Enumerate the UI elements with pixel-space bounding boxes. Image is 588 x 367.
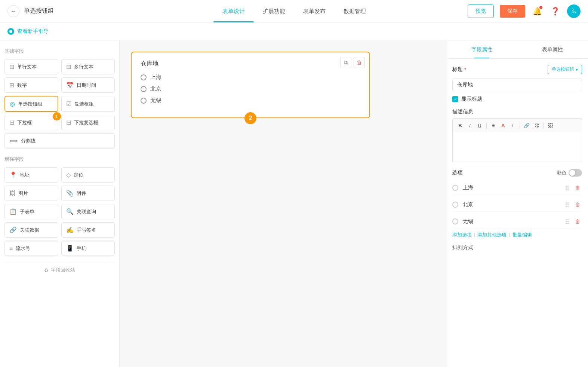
field-sub-form[interactable]: 📋 子表单 [4, 204, 58, 219]
image-tool[interactable]: 🖼 [546, 121, 555, 130]
link-tool[interactable]: 🔗 [522, 121, 531, 130]
option-label-1: 上海 [150, 74, 161, 81]
sub-form-icon: 📋 [9, 208, 17, 215]
sep-1: | [474, 232, 475, 238]
drag-icon-2 [566, 202, 569, 207]
field-relation-query[interactable]: 🔍 关联查询 [61, 204, 115, 219]
nav-extend[interactable]: 扩展功能 [254, 0, 294, 22]
field-type-label: 单选按钮组 [552, 66, 574, 73]
field-relation-data[interactable]: 🔗 关联数据 [4, 222, 58, 238]
add-other-link[interactable]: 添加其他选项 [477, 232, 507, 238]
align-tool[interactable]: ≡ [489, 121, 498, 130]
relation-data-icon: 🔗 [9, 226, 17, 233]
step1-badge: 1 [53, 112, 61, 120]
option-input-1[interactable] [461, 184, 560, 192]
italic-tool[interactable]: I [465, 121, 474, 130]
image-label: 图片 [18, 190, 28, 197]
field-phone[interactable]: 📱 手机 [61, 241, 115, 256]
option-radio-3[interactable] [452, 218, 458, 224]
attachment-icon: 📎 [66, 190, 74, 197]
help-icon[interactable]: ❓ [549, 5, 561, 17]
step2-badge: 2 [244, 112, 256, 124]
show-title-label: 显示标题 [461, 96, 482, 103]
field-type-badge[interactable]: 单选按钮组 ▾ [548, 65, 582, 74]
option-radio-1[interactable] [452, 185, 458, 191]
delete-button[interactable]: 🗑 [354, 57, 365, 68]
title-input[interactable] [452, 79, 582, 91]
recycle-bin[interactable]: ♻ 字段回收站 [4, 262, 115, 278]
field-serial[interactable]: ≡ 流水号 [4, 241, 58, 256]
field-address[interactable]: 📍 地址 [4, 167, 58, 183]
enhanced-section-title: 增强字段 [4, 156, 115, 163]
drag-handle-1[interactable] [563, 183, 572, 192]
field-dropdown[interactable]: ⊟ 下拉框 1 [4, 115, 58, 130]
sort-section: 排列方式 [452, 244, 582, 251]
tab-field-props[interactable]: 字段属性 [446, 40, 517, 58]
single-text-label: 单行文本 [17, 64, 37, 70]
nav-data-manage[interactable]: 数据管理 [335, 0, 375, 22]
enhanced-fields-grid: 📍 地址 ◇ 定位 🖼 图片 📎 附件 📋 子表单 🔍 关联查询 [4, 167, 115, 256]
option-actions-3: 🗑 [563, 217, 582, 226]
color-toggle[interactable] [569, 169, 582, 177]
datetime-icon: 📅 [66, 82, 74, 89]
dropdown-label: 下拉框 [17, 119, 32, 126]
add-option-link[interactable]: 添加选项 [452, 232, 472, 238]
color-tool[interactable]: A [499, 121, 508, 130]
location-label: 定位 [74, 172, 83, 178]
delete-option-3[interactable]: 🗑 [573, 217, 582, 226]
text-style-tool[interactable]: T [508, 121, 517, 130]
field-signature[interactable]: ✍ 手写签名 [61, 222, 115, 238]
signature-icon: ✍ [66, 226, 74, 233]
toolbar-sep-1 [486, 122, 487, 128]
field-single-text[interactable]: ⊟ 单行文本 [4, 59, 58, 74]
radio-circle-1[interactable] [141, 74, 147, 80]
tab-form-props[interactable]: 表单属性 [517, 40, 588, 58]
show-title-checkbox[interactable] [452, 96, 458, 102]
save-button[interactable]: 保存 [500, 5, 525, 18]
sub-form-label: 子表单 [20, 208, 34, 215]
copy-icon: ⧉ [344, 59, 348, 66]
field-dropdown-multi[interactable]: ⊟ 下拉复选框 [61, 115, 115, 130]
option-input-3[interactable] [461, 218, 560, 225]
radio-circle-3[interactable] [141, 98, 147, 104]
nav-publish[interactable]: 表单发布 [294, 0, 335, 22]
guide-link[interactable]: 查看新手引导 [17, 28, 49, 35]
option-label-3: 无锡 [150, 97, 161, 104]
drag-handle-3[interactable] [563, 217, 572, 226]
panel-tabs: 字段属性 表单属性 [446, 40, 588, 59]
back-button[interactable]: ← [7, 5, 19, 17]
field-datetime[interactable]: 📅 日期时间 [61, 77, 115, 93]
copy-button[interactable]: ⧉ [340, 57, 351, 68]
drag-handle-2[interactable] [563, 200, 572, 209]
desc-textarea[interactable] [452, 132, 582, 162]
field-attachment[interactable]: 📎 附件 [61, 186, 115, 201]
chain-tool[interactable]: ⛓ [532, 121, 541, 130]
field-radio[interactable]: ◎ 单选按钮组 [4, 96, 58, 112]
chevron-down-icon: ▾ [576, 67, 578, 72]
underline-tool[interactable]: U [475, 121, 484, 130]
field-location[interactable]: ◇ 定位 [61, 167, 115, 183]
option-beijing: 北京 [141, 85, 360, 92]
notification-icon[interactable]: 🔔 [531, 5, 543, 17]
delete-option-2[interactable]: 🗑 [573, 200, 582, 209]
field-multi-text[interactable]: ⊟ 多行文本 [61, 59, 115, 74]
preview-button[interactable]: 预览 [468, 4, 494, 18]
color-label: 彩色 [557, 169, 566, 176]
option-row-2: 🗑 [452, 198, 582, 212]
avatar[interactable]: 头 [567, 4, 581, 18]
field-divider[interactable]: ⟺ 分割线 [4, 133, 115, 149]
field-image[interactable]: 🖼 图片 [4, 186, 58, 201]
batch-edit-link[interactable]: 批量编辑 [512, 232, 532, 238]
radio-circle-2[interactable] [141, 86, 147, 92]
location-icon: ◇ [66, 171, 71, 178]
field-checkbox[interactable]: ☑ 复选框组 [61, 96, 115, 112]
options-section: 选项 彩色 [452, 169, 582, 238]
field-number[interactable]: ⊞ 数字 [4, 77, 58, 93]
bold-tool[interactable]: B [456, 121, 465, 130]
option-input-2[interactable] [461, 201, 560, 208]
option-radio-2[interactable] [452, 202, 458, 208]
header-right: 预览 保存 🔔 ❓ 头 [468, 4, 581, 18]
delete-option-1[interactable]: 🗑 [573, 183, 582, 192]
recycle-icon: ♻ [44, 267, 49, 273]
nav-form-design[interactable]: 表单设计 [213, 0, 254, 22]
